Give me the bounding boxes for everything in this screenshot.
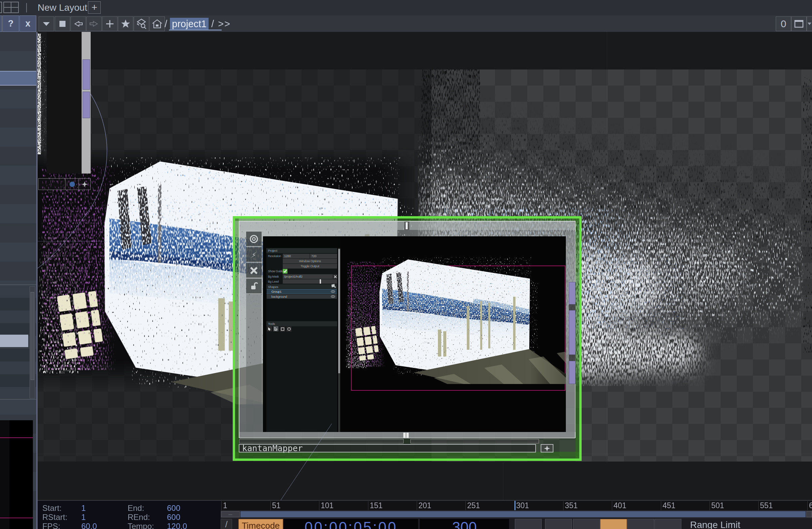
bookmark-button[interactable]	[118, 16, 133, 31]
eye-icon	[331, 290, 335, 293]
add-layout-button[interactable]: +	[88, 1, 101, 14]
fps-value[interactable]: 60.0	[81, 521, 97, 529]
layout-grid-icon[interactable]	[0, 2, 2, 13]
sparkle-icon	[543, 445, 551, 452]
node-star-flag[interactable]	[79, 179, 90, 190]
rectangle-icon	[281, 327, 285, 331]
tempo-value[interactable]: 120.0	[167, 521, 187, 529]
resolution-width-field[interactable]: 1280	[283, 254, 310, 259]
kantan-mapper-node[interactable]: Project Resolution 1280 720 Window Optio…	[233, 216, 582, 461]
sidebar-list-selected-row[interactable]	[0, 335, 28, 347]
zero-children-button[interactable]: 0	[776, 16, 791, 31]
start-value[interactable]: 1	[81, 503, 86, 513]
back-button[interactable]	[71, 16, 86, 31]
search-palette-button[interactable]	[134, 16, 149, 31]
project-section-header: Project	[266, 248, 337, 253]
eye-icon	[331, 295, 335, 298]
transport-button[interactable]	[573, 519, 600, 529]
add-button[interactable]	[102, 16, 117, 31]
shape-list-item[interactable]: Group1	[267, 289, 337, 294]
cursor-outline-icon	[274, 327, 278, 331]
select-tool-button[interactable]	[267, 326, 272, 331]
scrollbar-thumb[interactable]	[338, 249, 340, 373]
titlebar-handle[interactable]	[406, 222, 408, 229]
visibility-toggle[interactable]	[329, 295, 337, 298]
path-root-slash[interactable]: /	[164, 18, 167, 30]
range-right-handle[interactable]	[806, 511, 812, 517]
transport-button[interactable]	[654, 519, 681, 529]
range-left-handle[interactable]: ...	[221, 511, 240, 517]
pane-extra-button[interactable]	[0, 15, 2, 32]
kantan-canvas[interactable]	[340, 236, 566, 432]
kantan-close-button[interactable]	[246, 263, 262, 278]
end-value[interactable]: 600	[167, 503, 180, 513]
kantan-titlebar[interactable]	[240, 222, 575, 230]
node-bypass-flag[interactable]	[66, 179, 79, 190]
close-pane-button[interactable]: x	[19, 15, 36, 32]
node-output-connector[interactable]	[569, 282, 576, 305]
node-output-connector[interactable]	[83, 92, 90, 118]
freeform-tool-button[interactable]	[287, 327, 291, 332]
rectangle-tool-button[interactable]	[280, 327, 285, 332]
help-button[interactable]: ?	[2, 15, 19, 32]
pane-menu-button[interactable]	[39, 16, 54, 31]
bg-mask-clear-button[interactable]	[333, 274, 337, 279]
show-guides-checkbox[interactable]	[283, 269, 288, 274]
node-star-button[interactable]	[541, 444, 553, 453]
slider-handle[interactable]	[320, 279, 321, 284]
toggle-output-button[interactable]: Toggle Output	[283, 264, 337, 268]
rend-value[interactable]: 600	[167, 513, 180, 522]
path-expand[interactable]: >>	[218, 18, 231, 30]
units-button[interactable]: /	[221, 519, 232, 529]
shape-list-item[interactable]: background	[267, 294, 337, 299]
rstart-value[interactable]: 1	[81, 513, 86, 522]
stop-button[interactable]	[55, 16, 70, 31]
bg-level-slider[interactable]	[283, 279, 337, 284]
playhead[interactable]	[514, 501, 516, 510]
node-output-connector[interactable]	[569, 361, 576, 384]
node-name-field[interactable]: kantanMapper	[239, 444, 536, 453]
pane-toolbar-left: ? x	[0, 15, 36, 32]
kantan-scrollbar[interactable]	[338, 248, 340, 432]
pane-divider[interactable]	[36, 32, 38, 529]
kantan-bottombar[interactable]	[240, 432, 575, 439]
kantan-target-button[interactable]	[246, 232, 262, 247]
network-editor[interactable]: Project Resolution 1280 720 Window Optio…	[36, 32, 812, 500]
timeline-ruler[interactable]: 1 51 101 151 201 251 301 351 401 451 501…	[221, 501, 812, 510]
ruler-tick: 301	[514, 501, 529, 510]
window-button[interactable]	[791, 16, 807, 31]
node-output-connector[interactable]	[569, 310, 576, 355]
sidebar-selected-row[interactable]	[0, 71, 36, 86]
node-output-connector[interactable]	[83, 59, 90, 90]
range-bar[interactable]	[241, 511, 806, 517]
visibility-toggle[interactable]	[329, 290, 337, 293]
sidebar-scrollbar[interactable]	[30, 286, 35, 398]
node-resize-bar-left[interactable]	[239, 439, 404, 443]
kantan-icon-strip	[246, 232, 262, 432]
toolbar-overflow-button[interactable]	[807, 16, 812, 31]
new-layout-label[interactable]: New Layout	[38, 2, 87, 13]
node-viewer-body[interactable]	[47, 32, 82, 174]
path-component[interactable]: project1	[170, 18, 208, 30]
path-underline	[169, 30, 222, 31]
scrollbar-thumb[interactable]	[31, 292, 34, 380]
layout-grid-icon[interactable]	[3, 2, 19, 13]
forward-button[interactable]	[86, 16, 102, 31]
transport-button[interactable]	[627, 519, 654, 529]
transport-button[interactable]	[545, 519, 572, 529]
bg-mask-label: Bg Mask	[268, 275, 279, 278]
home-button[interactable]	[149, 16, 165, 31]
node-resize-bar-right[interactable]	[410, 439, 539, 443]
lightning-icon	[248, 249, 259, 260]
timecode-button[interactable]: Timecode	[238, 519, 283, 529]
kantan-lock-button[interactable]	[246, 279, 262, 294]
window-options-button[interactable]: Window Options	[283, 259, 337, 264]
add-shape-button[interactable]	[331, 284, 336, 289]
vertex-tool-button[interactable]	[273, 326, 278, 331]
transport-play-button[interactable]	[600, 519, 627, 529]
bg-mask-field[interactable]: /project1/null2	[283, 274, 333, 279]
resolution-height-field[interactable]: 720	[310, 254, 337, 259]
ruler-tick: 201	[417, 501, 431, 510]
kantan-zap-button[interactable]	[246, 247, 262, 263]
transport-button[interactable]	[515, 519, 542, 529]
